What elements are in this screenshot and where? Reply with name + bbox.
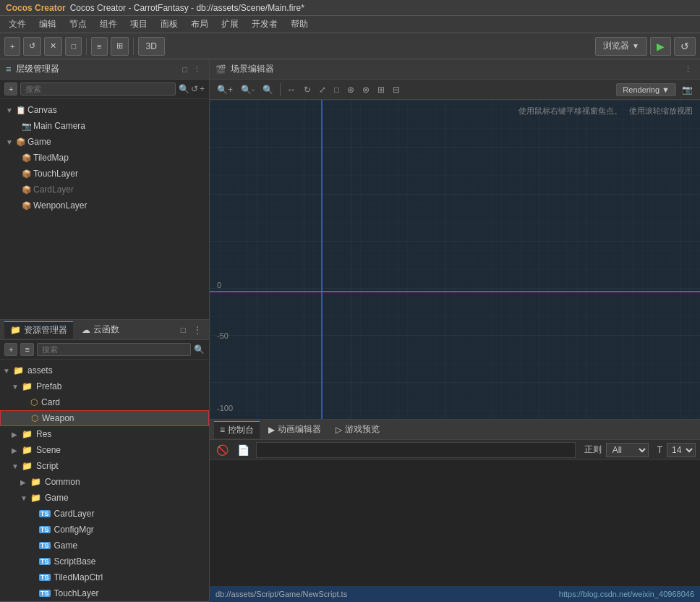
menu-component[interactable]: 组件	[94, 17, 123, 32]
hierarchy-icon: ≡	[6, 64, 12, 75]
browser-btn[interactable]: 浏览器 ▼	[595, 37, 647, 56]
menu-project[interactable]: 项目	[124, 17, 153, 32]
asset-item-res[interactable]: ▶ 📁 Res	[0, 426, 209, 442]
scene-zoom-fit-btn[interactable]: 🔍	[260, 83, 276, 96]
toolbar-3d-btn[interactable]: 3D	[138, 37, 165, 56]
hierarchy-plus-icon[interactable]: +	[200, 84, 205, 94]
scene-tool-rotate[interactable]: ↻	[301, 83, 314, 96]
console-search-input[interactable]	[256, 442, 576, 458]
menu-node[interactable]: 节点	[64, 17, 93, 32]
asset-tab-manager[interactable]: 📁 资源管理器	[4, 321, 73, 339]
asset-item-prefab[interactable]: ▼ 📁 Prefab	[0, 378, 209, 394]
console-filter-label: 正则	[584, 444, 602, 456]
scene-tool-align2[interactable]: ⊟	[390, 83, 403, 96]
toolbar-refresh-btn[interactable]: ↺	[23, 37, 41, 56]
scene-zoom-in-btn[interactable]: 🔍+	[214, 83, 236, 96]
rendering-label: Rendering	[623, 85, 660, 94]
console-tab-animation[interactable]: ▶ 动画编辑器	[262, 421, 327, 438]
asset-item-scriptbase-ts[interactable]: TS ScriptBase	[0, 554, 209, 569]
scriptbase-ts-icon: TS	[39, 558, 51, 565]
hierarchy-item-wenponlayer[interactable]: 📦 WenponLayer	[0, 198, 209, 213]
hierarchy-action-btn2[interactable]: ⋮	[191, 64, 203, 75]
hierarchy-action-btn1[interactable]: □	[180, 64, 189, 75]
menu-dev[interactable]: 开发者	[246, 17, 283, 32]
console-tab-preview[interactable]: ▷ 游戏预览	[330, 421, 385, 438]
left-panel: ≡ 层级管理器 □ ⋮ + 🔍 ↺ + ▼	[0, 59, 210, 602]
menu-extend[interactable]: 扩展	[215, 17, 244, 32]
menu-file[interactable]: 文件	[3, 17, 32, 32]
asset-tab-cloud[interactable]: ☁ 云函数	[76, 321, 125, 338]
console-tab-console[interactable]: ≡ 控制台	[214, 421, 260, 438]
console-clear-btn[interactable]: 🚫	[214, 444, 231, 457]
hierarchy-item-tiledmap[interactable]: 📦 TiledMap	[0, 150, 209, 166]
hierarchy-item-maincamera[interactable]: 📷 Main Camera	[0, 118, 209, 134]
hierarchy-search-icons: 🔍 ↺ +	[179, 84, 205, 94]
menu-layout[interactable]: 布局	[185, 17, 214, 32]
toolbar-close-btn[interactable]: ✕	[44, 37, 62, 56]
asset-item-game-ts[interactable]: TS Game	[0, 538, 209, 554]
asset-item-tiledmapctrl-ts[interactable]: TS TiledMapCtrl	[0, 569, 209, 585]
asset-sort-btn[interactable]: ≡	[20, 343, 33, 356]
asset-item-script[interactable]: ▼ 📁 Script	[0, 458, 209, 474]
scene-zoom-out-btn[interactable]: 🔍-	[238, 83, 257, 96]
asset-tree: ▼ 📁 assets ▼ 📁 Prefab ⬡ Card	[0, 360, 209, 602]
play-btn[interactable]: ▶	[650, 37, 671, 56]
asset-item-assets[interactable]: ▼ 📁 assets	[0, 363, 209, 378]
menu-edit[interactable]: 编辑	[33, 17, 62, 32]
game-folder-arrow: ▼	[20, 494, 29, 502]
scene-canvas[interactable]: 0 -50 -100 -50 0 50 100 150 使用鼠标右键平移视窗焦点…	[210, 100, 700, 419]
console-filter-select[interactable]: All Info Warn Error	[606, 443, 649, 457]
scene-hints: 使用鼠标右键平移视窗焦点。 使用滚轮缩放视图	[518, 106, 693, 116]
toolbar-grid-btn[interactable]: ⊞	[111, 37, 129, 56]
console-file-btn[interactable]: 📄	[235, 444, 252, 457]
asset-tab-manager-icon: 📁	[10, 325, 21, 335]
menu-bar: 文件 编辑 节点 组件 项目 面板 布局 扩展 开发者 帮助	[0, 16, 700, 33]
hierarchy-item-game[interactable]: ▼ 📦 Game	[0, 134, 209, 150]
asset-panel-header: 📁 资源管理器 ☁ 云函数 □ ⋮	[0, 320, 209, 340]
hierarchy-add-btn[interactable]: +	[4, 82, 17, 96]
scene-camera-btn[interactable]: 📷	[679, 83, 696, 96]
hierarchy-item-canvas[interactable]: ▼ 📋 Canvas	[0, 102, 209, 118]
status-path: db://assets/Script/Game/NewScript.ts	[215, 590, 347, 598]
console-font-size-select[interactable]: 14 12 16	[667, 443, 696, 457]
scene-editor: 🎬 场景编辑器 ⋮ 🔍+ 🔍- 🔍 ↔ ↻ ⤢ □ ⊕ ⊗ ⊞	[210, 59, 700, 420]
toolbar-menu-btn[interactable]: ≡	[91, 37, 107, 56]
asset-search-icon[interactable]: 🔍	[194, 344, 205, 355]
asset-item-game-folder[interactable]: ▼ 📁 Game	[0, 490, 209, 506]
menu-help[interactable]: 帮助	[285, 17, 314, 32]
search-magnifier-icon[interactable]: 🔍	[179, 84, 189, 94]
scene-tool-anchor[interactable]: ⊗	[359, 83, 372, 96]
toolbar-add-btn[interactable]: +	[4, 37, 20, 56]
touchlayer-ts-icon: TS	[39, 590, 51, 597]
scene-tool-rect[interactable]: □	[331, 83, 342, 96]
asset-item-touchlayer-ts[interactable]: TS TouchLayer	[0, 585, 209, 601]
maincamera-icon: 📷	[22, 122, 32, 131]
asset-item-configmgr-ts[interactable]: TS ConfigMgr	[0, 522, 209, 538]
scene-action-btn[interactable]: ⋮	[682, 64, 694, 75]
rendering-btn[interactable]: Rendering ▼	[616, 83, 676, 96]
hierarchy-search-bar: + 🔍 ↺ +	[0, 80, 209, 99]
hierarchy-refresh-icon[interactable]: ↺	[191, 84, 198, 94]
asset-item-common[interactable]: ▶ 📁 Common	[0, 474, 209, 490]
prefab-label: Prefab	[36, 381, 61, 391]
scene-tool-align1[interactable]: ⊞	[375, 83, 388, 96]
asset-item-scene-folder[interactable]: ▶ 📁 Scene	[0, 442, 209, 458]
hierarchy-item-touchlayer[interactable]: 📦 TouchLayer	[0, 166, 209, 182]
res-label: Res	[36, 429, 51, 439]
hierarchy-item-cardlayer[interactable]: 📦 CardLayer	[0, 182, 209, 198]
scene-tool-scale[interactable]: ⤢	[316, 83, 329, 96]
toolbar-box-btn[interactable]: □	[65, 37, 82, 56]
asset-menu-btn[interactable]: ⋮	[190, 324, 205, 336]
asset-item-card[interactable]: ⬡ Card	[0, 394, 209, 410]
hierarchy-search-input[interactable]	[20, 82, 176, 96]
asset-add-btn[interactable]: +	[4, 343, 17, 356]
asset-item-weapon-prefab[interactable]: ⬡ Weapon	[0, 410, 209, 426]
asset-window-btn[interactable]: □	[178, 324, 189, 336]
scene-tool-move[interactable]: ↔	[284, 83, 299, 96]
hierarchy-actions: □ ⋮	[180, 64, 203, 75]
scene-tool-transform[interactable]: ⊕	[344, 83, 357, 96]
asset-search-input[interactable]	[37, 343, 191, 356]
toolbar-refresh2-btn[interactable]: ↺	[674, 37, 696, 56]
asset-item-cardlayer-ts[interactable]: TS CardLayer	[0, 506, 209, 522]
menu-panel[interactable]: 面板	[155, 17, 184, 32]
